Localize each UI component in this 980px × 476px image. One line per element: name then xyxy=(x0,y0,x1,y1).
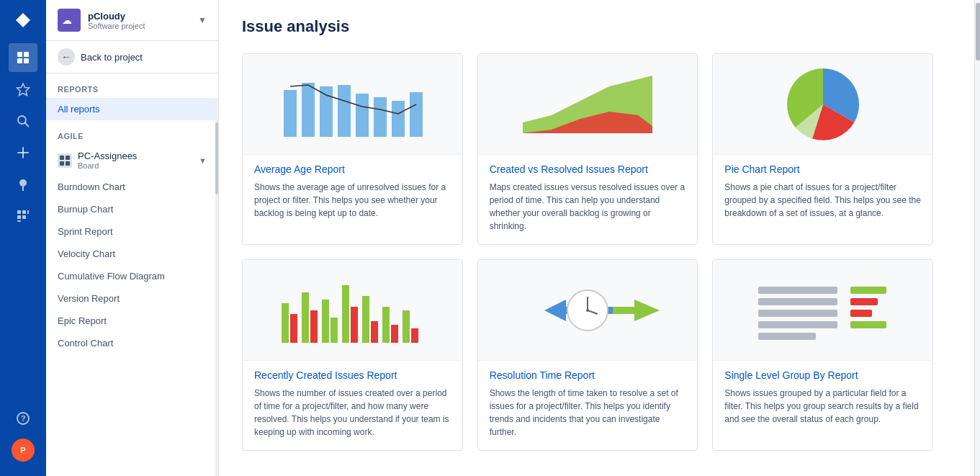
sidebar-scrollthumb xyxy=(215,122,218,194)
version-report-label: Version Report xyxy=(58,293,120,304)
svg-rect-36 xyxy=(331,318,338,343)
average-age-title[interactable]: Average Age Report xyxy=(254,163,451,175)
average-age-desc: Shows the average age of unresolved issu… xyxy=(254,181,451,220)
all-reports-label: All reports xyxy=(58,104,100,114)
svg-rect-35 xyxy=(322,300,329,343)
board-info: PC-Assignees Board xyxy=(78,151,193,170)
recently-created-card[interactable]: Recently Created Issues Report Shows the… xyxy=(242,259,463,451)
svg-rect-42 xyxy=(391,325,398,343)
svg-rect-14 xyxy=(27,210,29,214)
project-chevron-icon: ▼ xyxy=(198,15,207,25)
svg-rect-38 xyxy=(351,307,358,343)
svg-rect-43 xyxy=(403,310,410,343)
project-icon: ☁ xyxy=(58,9,81,32)
control-chart-item[interactable]: Control Chart xyxy=(46,332,218,354)
recently-created-title[interactable]: Recently Created Issues Report xyxy=(254,369,451,381)
svg-rect-3 xyxy=(17,58,22,63)
sidebar-content: Reports All reports AGILE PC-Assignees B… xyxy=(46,73,218,476)
cfd-item[interactable]: Cumulative Flow Diagram xyxy=(46,265,218,287)
project-selector[interactable]: ☁ pCloudy Software project ▼ xyxy=(46,0,218,41)
svg-rect-33 xyxy=(302,292,309,343)
back-button-label: Back to project xyxy=(81,52,143,63)
sprint-report-item[interactable]: Sprint Report xyxy=(46,220,218,243)
svg-rect-32 xyxy=(290,314,297,343)
svg-text:☁: ☁ xyxy=(62,14,72,26)
pie-chart-body: Pie Chart Report Shows a pie chart of is… xyxy=(713,155,932,231)
board-type: Board xyxy=(78,161,193,170)
created-vs-resolved-card[interactable]: Created vs Resolved Issues Report Maps c… xyxy=(477,53,698,245)
svg-marker-0 xyxy=(16,13,30,27)
svg-rect-55 xyxy=(758,321,837,328)
created-vs-resolved-title[interactable]: Created vs Resolved Issues Report xyxy=(490,163,686,175)
svg-rect-44 xyxy=(411,328,418,343)
pie-chart-desc: Shows a pie chart of issues for a projec… xyxy=(724,181,921,220)
main-scrollbar-thumb xyxy=(976,3,980,60)
single-level-group-card[interactable]: Single Level Group By Report Shows issue… xyxy=(712,259,933,451)
svg-rect-31 xyxy=(282,303,289,343)
svg-rect-25 xyxy=(356,94,369,137)
svg-rect-2 xyxy=(24,52,29,57)
svg-rect-27 xyxy=(392,101,405,137)
burnup-chart-item[interactable]: Burnup Chart xyxy=(46,198,218,220)
pin-icon[interactable] xyxy=(9,170,37,199)
svg-rect-60 xyxy=(850,321,886,328)
create-icon[interactable] xyxy=(9,138,37,167)
svg-line-7 xyxy=(25,123,30,127)
epic-report-item[interactable]: Epic Report xyxy=(46,310,218,332)
star-icon[interactable] xyxy=(9,75,37,104)
epic-report-label: Epic Report xyxy=(58,315,107,326)
icon-bar: ? P xyxy=(0,0,46,476)
svg-rect-34 xyxy=(310,310,318,343)
agile-section-title: AGILE xyxy=(46,120,218,145)
pie-chart-title[interactable]: Pie Chart Report xyxy=(724,163,921,175)
resolution-time-card[interactable]: Resolution Time Report Shows the length … xyxy=(477,259,698,451)
svg-rect-26 xyxy=(374,97,387,137)
search-icon[interactable] xyxy=(9,107,37,135)
burndown-label: Burndown Chart xyxy=(58,181,125,192)
svg-rect-16 xyxy=(22,215,26,219)
single-level-group-body: Single Level Group By Report Shows issue… xyxy=(713,361,932,437)
help-icon[interactable]: ? xyxy=(9,404,37,433)
main-scrollbar[interactable] xyxy=(974,0,980,476)
svg-rect-52 xyxy=(758,287,837,294)
back-to-project-button[interactable]: ← Back to project xyxy=(46,41,218,73)
velocity-chart-item[interactable]: Velocity Chart xyxy=(46,243,218,265)
svg-rect-9 xyxy=(17,152,29,153)
svg-rect-17 xyxy=(17,220,21,222)
sidebar-scrolltrack xyxy=(215,101,218,476)
recently-created-desc: Shows the number of issues created over … xyxy=(254,387,451,439)
svg-rect-54 xyxy=(758,310,837,317)
svg-text:?: ? xyxy=(21,414,26,423)
pie-chart-image xyxy=(713,54,932,155)
main-content: Issue analysis Av xyxy=(219,0,974,476)
project-info: pCloudy Software project xyxy=(88,11,191,30)
svg-rect-53 xyxy=(758,298,837,305)
single-level-group-desc: Shows issues grouped by a particular fie… xyxy=(724,387,921,426)
svg-rect-22 xyxy=(302,83,315,137)
burndown-chart-item[interactable]: Burndown Chart xyxy=(46,176,218,198)
apps-icon[interactable] xyxy=(9,202,37,230)
resolution-time-desc: Shows the length of time taken to resolv… xyxy=(490,387,686,439)
single-level-group-title[interactable]: Single Level Group By Report xyxy=(724,369,921,381)
sprint-report-label: Sprint Report xyxy=(58,226,113,237)
user-avatar[interactable]: P xyxy=(9,436,37,464)
created-vs-resolved-body: Created vs Resolved Issues Report Maps c… xyxy=(478,155,698,244)
burnup-label: Burnup Chart xyxy=(58,204,113,215)
resolution-time-image xyxy=(478,260,698,361)
svg-rect-23 xyxy=(320,86,333,137)
board-selector[interactable]: PC-Assignees Board ▼ xyxy=(46,145,218,176)
created-vs-resolved-image xyxy=(478,54,698,155)
home-icon[interactable] xyxy=(9,43,37,72)
version-report-item[interactable]: Version Report xyxy=(46,287,218,310)
svg-rect-1 xyxy=(17,52,22,57)
svg-point-10 xyxy=(19,179,27,187)
svg-rect-41 xyxy=(382,307,390,343)
average-age-report-card[interactable]: Average Age Report Shows the average age… xyxy=(242,53,463,245)
resolution-time-title[interactable]: Resolution Time Report xyxy=(490,369,686,381)
pie-chart-card[interactable]: Pie Chart Report Shows a pie chart of is… xyxy=(712,53,933,245)
recently-created-image xyxy=(243,260,462,361)
page-title: Issue analysis xyxy=(242,17,951,36)
svg-rect-59 xyxy=(850,310,872,317)
average-age-chart-image xyxy=(243,54,462,155)
all-reports-item[interactable]: All reports xyxy=(46,98,218,120)
